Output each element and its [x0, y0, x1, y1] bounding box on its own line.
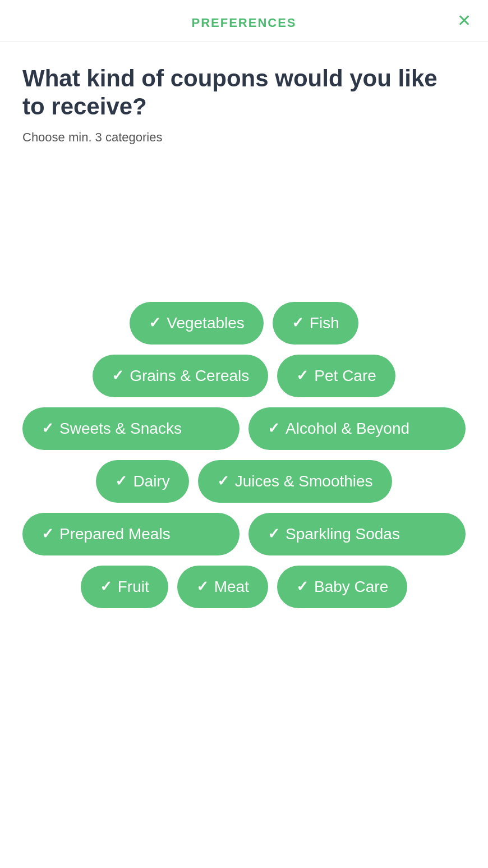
check-petcare: ✓	[296, 367, 309, 384]
check-juices: ✓	[217, 472, 229, 490]
label-juices: Juices & Smoothies	[235, 472, 373, 490]
label-meat: Meat	[214, 578, 249, 596]
check-babycare: ✓	[296, 578, 309, 595]
chip-baby-care[interactable]: ✓ Baby Care	[277, 566, 407, 608]
check-dairy: ✓	[115, 472, 127, 490]
chip-meat[interactable]: ✓ Meat	[177, 566, 268, 608]
chip-vegetables[interactable]: ✓ Vegetables	[130, 302, 264, 345]
content-area: What kind of coupons would you like to r…	[0, 42, 488, 631]
chip-sweets-snacks[interactable]: ✓ Sweets & Snacks	[22, 407, 240, 450]
label-fish: Fish	[310, 314, 339, 332]
check-alcohol: ✓	[268, 420, 280, 437]
label-babycare: Baby Care	[314, 578, 388, 596]
chip-fish[interactable]: ✓ Fish	[273, 302, 358, 345]
chip-sparkling-sodas[interactable]: ✓ Sparkling Sodas	[248, 513, 466, 555]
chip-alcohol-beyond[interactable]: ✓ Alcohol & Beyond	[248, 407, 466, 450]
page-title: PREFERENCES	[191, 16, 296, 30]
check-vegetables: ✓	[149, 314, 161, 332]
question-subtitle: Choose min. 3 categories	[22, 130, 466, 145]
check-prepared: ✓	[42, 525, 54, 543]
check-meat: ✓	[196, 578, 209, 595]
label-sweets: Sweets & Snacks	[59, 420, 182, 438]
label-sparkling: Sparkling Sodas	[286, 525, 400, 543]
check-sweets: ✓	[42, 420, 54, 437]
label-alcohol: Alcohol & Beyond	[286, 420, 409, 438]
check-fish: ✓	[292, 314, 304, 332]
category-row-3: ✓ Sweets & Snacks ✓ Alcohol & Beyond	[22, 407, 466, 450]
category-row-5: ✓ Prepared Meals ✓ Sparkling Sodas	[22, 513, 466, 555]
check-fruit: ✓	[100, 578, 112, 595]
label-grains: Grains & Cereals	[130, 367, 249, 385]
category-row-4: ✓ Dairy ✓ Juices & Smoothies	[22, 460, 466, 503]
check-grains: ✓	[112, 367, 124, 384]
chip-grains-cereals[interactable]: ✓ Grains & Cereals	[93, 355, 268, 397]
check-sparkling: ✓	[268, 525, 280, 543]
label-dairy: Dairy	[133, 472, 169, 490]
chip-fruit[interactable]: ✓ Fruit	[81, 566, 168, 608]
label-prepared: Prepared Meals	[59, 525, 171, 543]
categories-area: ✓ Vegetables ✓ Fish ✓ Grains & Cereals ✓…	[22, 302, 466, 608]
category-row-1: ✓ Vegetables ✓ Fish	[22, 302, 466, 345]
label-vegetables: Vegetables	[167, 314, 245, 332]
chip-dairy[interactable]: ✓ Dairy	[96, 460, 188, 503]
label-fruit: Fruit	[118, 578, 149, 596]
question-title: What kind of coupons would you like to r…	[22, 65, 466, 121]
header: PREFERENCES ✕	[0, 0, 488, 42]
label-petcare: Pet Care	[314, 367, 376, 385]
close-button[interactable]: ✕	[457, 12, 471, 29]
category-row-6: ✓ Fruit ✓ Meat ✓ Baby Care	[22, 566, 466, 608]
chip-pet-care[interactable]: ✓ Pet Care	[277, 355, 395, 397]
chip-prepared-meals[interactable]: ✓ Prepared Meals	[22, 513, 240, 555]
chip-juices-smoothies[interactable]: ✓ Juices & Smoothies	[198, 460, 392, 503]
category-row-2: ✓ Grains & Cereals ✓ Pet Care	[22, 355, 466, 397]
